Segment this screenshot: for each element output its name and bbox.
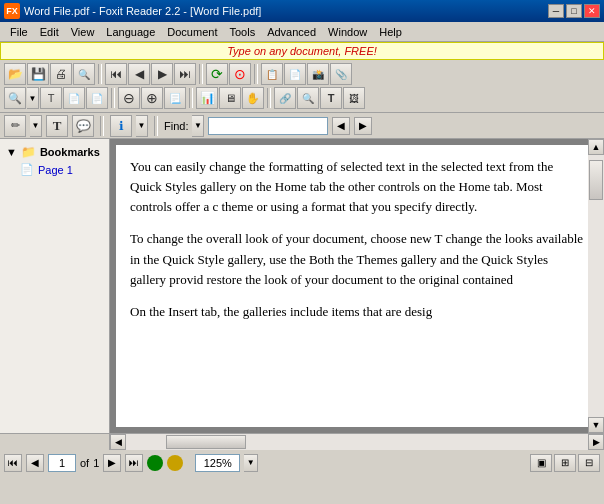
zoom-in-btn[interactable]: 🔍 <box>4 87 26 109</box>
comment-btn[interactable]: 💬 <box>72 115 94 137</box>
page-btn[interactable]: 📄 <box>86 87 108 109</box>
hand-btn[interactable]: ✋ <box>242 87 264 109</box>
menu-tools[interactable]: Tools <box>223 24 261 40</box>
maximize-button[interactable]: □ <box>566 4 582 18</box>
toolbar-area: 📂 💾 🖨 🔍 ⏮ ◀ ▶ ⏭ ⟳ ⊙ 📋 📄 📸 📎 🔍 ▼ T 📄 📄 ⊖ … <box>0 60 604 113</box>
menu-file[interactable]: File <box>4 24 34 40</box>
close-button[interactable]: ✕ <box>584 4 600 18</box>
horizontal-scrollbar-container: ◀ ▶ <box>0 433 604 449</box>
status-indicator-green <box>147 455 163 471</box>
zoom-dropdown-arrow[interactable]: ▼ <box>27 87 39 109</box>
scroll-right-button[interactable]: ▶ <box>588 434 604 450</box>
stop-button[interactable]: ⊙ <box>229 63 251 85</box>
last-page-nav-button[interactable]: ⏭ <box>125 454 143 472</box>
scan-button[interactable]: 🔍 <box>73 63 95 85</box>
next-page-button[interactable]: ▶ <box>151 63 173 85</box>
separator-find <box>100 116 104 136</box>
menu-advanced[interactable]: Advanced <box>261 24 322 40</box>
pdf-text-content: You can easily change the formatting of … <box>130 157 584 322</box>
pdf-paragraph-1: You can easily change the formatting of … <box>130 157 584 217</box>
ad-banner: Type on any document, FREE! <box>0 42 604 60</box>
zoom-out-btn[interactable]: ⊖ <box>118 87 140 109</box>
annotation-btn[interactable]: ✏ <box>4 115 26 137</box>
print-button[interactable]: 🖨 <box>50 63 72 85</box>
find-type-arrow[interactable]: ▼ <box>192 115 204 137</box>
scroll-track-h[interactable] <box>126 434 588 450</box>
find-next-button[interactable]: ▶ <box>354 117 372 135</box>
menu-help[interactable]: Help <box>373 24 408 40</box>
scroll-thumb-h[interactable] <box>166 435 246 449</box>
page-label: Page 1 <box>38 164 73 176</box>
menu-bar: File Edit View Language Document Tools A… <box>0 22 604 42</box>
annotation-dropdown-arrow[interactable]: ▼ <box>30 115 42 137</box>
app-icon: FX <box>4 3 20 19</box>
zoom-input[interactable] <box>195 454 240 472</box>
link-btn[interactable]: 🔗 <box>274 87 296 109</box>
refresh-button[interactable]: ⟳ <box>206 63 228 85</box>
annotation-dropdown[interactable]: ▼ <box>30 115 42 137</box>
first-page-button[interactable]: ⏮ <box>105 63 127 85</box>
scroll-down-button[interactable]: ▼ <box>588 417 604 433</box>
menu-view[interactable]: View <box>65 24 101 40</box>
toolbar-row-1: 📂 💾 🖨 🔍 ⏮ ◀ ▶ ⏭ ⟳ ⊙ 📋 📄 📸 📎 <box>2 62 602 86</box>
copy-button[interactable]: 📋 <box>261 63 283 85</box>
scroll-thumb-v[interactable] <box>589 160 603 200</box>
separator-3 <box>254 64 258 84</box>
first-page-nav-button[interactable]: ⏮ <box>4 454 22 472</box>
bookmarks-header[interactable]: ▼ 📁 Bookmarks <box>4 143 105 161</box>
pdf-area: You can easily change the formatting of … <box>110 139 604 433</box>
screenshot-button[interactable]: 📸 <box>307 63 329 85</box>
scroll-left-button[interactable]: ◀ <box>110 434 126 450</box>
folder-icon: 📁 <box>21 145 36 159</box>
info-dropdown-arrow[interactable]: ▼ <box>136 115 148 137</box>
prev-page-button[interactable]: ◀ <box>128 63 150 85</box>
pdf-paragraph-3: On the Insert tab, the galleries include… <box>130 302 584 322</box>
sidebar-item-page1[interactable]: 📄 Page 1 <box>4 161 105 178</box>
new-doc-btn[interactable]: T <box>40 87 62 109</box>
next-page-nav-button[interactable]: ▶ <box>103 454 121 472</box>
text-btn[interactable]: 📄 <box>63 87 85 109</box>
prev-page-nav-button[interactable]: ◀ <box>26 454 44 472</box>
find-bar: ✏ ▼ T 💬 ℹ ▼ Find: ▼ ◀ ▶ <box>0 113 604 139</box>
image-btn[interactable]: 🖼 <box>343 87 365 109</box>
text-select-btn[interactable]: T <box>320 87 342 109</box>
last-page-button[interactable]: ⏭ <box>174 63 196 85</box>
page-of-label: of <box>80 457 89 469</box>
search-btn[interactable]: 🔍 <box>297 87 319 109</box>
minimize-button[interactable]: ─ <box>548 4 564 18</box>
fit-page-btn[interactable]: 📃 <box>164 87 186 109</box>
find-input[interactable] <box>208 117 328 135</box>
facing-view-button[interactable]: ⊟ <box>578 454 600 472</box>
extra-button[interactable]: 📎 <box>330 63 352 85</box>
info-btn[interactable]: ℹ <box>110 115 132 137</box>
scroll-up-button[interactable]: ▲ <box>588 139 604 155</box>
info-dropdown[interactable]: ▼ <box>136 115 148 137</box>
chart-btn[interactable]: 📊 <box>196 87 218 109</box>
sidebar-scroll-spacer <box>0 434 110 450</box>
menu-edit[interactable]: Edit <box>34 24 65 40</box>
total-pages: 1 <box>93 457 99 469</box>
zoom-dropdown[interactable]: ▼ <box>27 87 39 109</box>
continuous-view-button[interactable]: ⊞ <box>554 454 576 472</box>
open-button[interactable]: 📂 <box>4 63 26 85</box>
save-button[interactable]: 💾 <box>27 63 49 85</box>
monitor-btn[interactable]: 🖥 <box>219 87 241 109</box>
scroll-track-v[interactable] <box>588 155 604 417</box>
find-type-dropdown[interactable]: ▼ <box>192 115 204 137</box>
zoom-dropdown-arrow[interactable]: ▼ <box>244 454 258 472</box>
current-page-input[interactable] <box>48 454 76 472</box>
menu-window[interactable]: Window <box>322 24 373 40</box>
typewriter-btn[interactable]: T <box>46 115 68 137</box>
paste-button[interactable]: 📄 <box>284 63 306 85</box>
zoom-in-btn2[interactable]: ⊕ <box>141 87 163 109</box>
menu-document[interactable]: Document <box>161 24 223 40</box>
separator-5 <box>189 88 193 108</box>
page-icon: 📄 <box>20 163 34 176</box>
menu-language[interactable]: Language <box>100 24 161 40</box>
separator-6 <box>267 88 271 108</box>
bookmarks-label: Bookmarks <box>40 146 100 158</box>
view-buttons: ▣ ⊞ ⊟ <box>530 454 600 472</box>
find-prev-button[interactable]: ◀ <box>332 117 350 135</box>
single-page-view-button[interactable]: ▣ <box>530 454 552 472</box>
find-label: Find: <box>164 120 188 132</box>
